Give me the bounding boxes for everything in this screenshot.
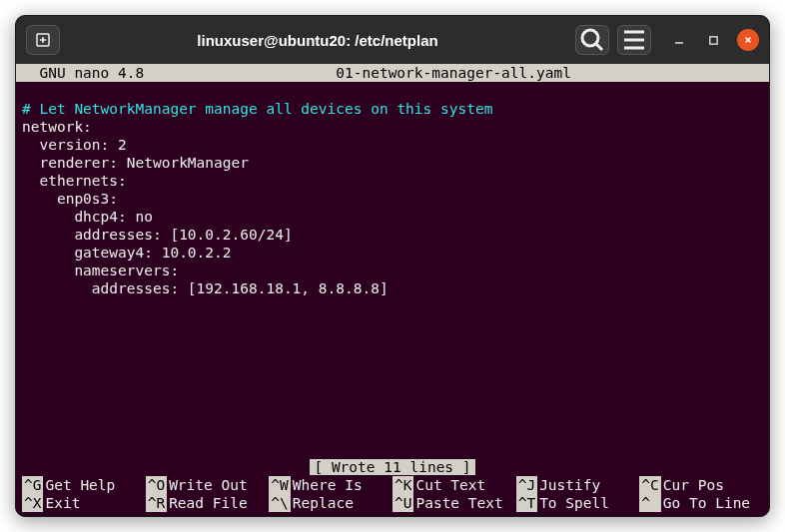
hamburger-button[interactable] — [617, 25, 651, 55]
shortcut-read-file: ^RRead File — [146, 494, 270, 512]
status-badge: [ Wrote 11 lines ] — [310, 459, 474, 475]
file-line: nameservers: — [22, 263, 179, 278]
svg-rect-9 — [709, 36, 716, 43]
shortcut-go-to-line: ^ Go To Line — [639, 494, 763, 512]
shortcut-write-out: ^OWrite Out — [146, 476, 270, 494]
nano-status-line: [ Wrote 11 lines ] — [16, 458, 769, 476]
window-title: linuxuser@ubuntu20: /etc/netplan — [68, 32, 567, 49]
file-line: ethernets: — [22, 173, 127, 189]
shortcut-exit: ^XExit — [22, 494, 146, 512]
maximize-button[interactable] — [703, 30, 723, 50]
shortcut-row: ^XExit ^RRead File ^\Replace ^UPaste Tex… — [22, 494, 763, 512]
file-line: network: — [22, 119, 92, 135]
shortcut-where-is: ^WWhere Is — [269, 476, 392, 494]
minimize-icon — [673, 34, 685, 46]
shortcut-justify: ^JJustify — [516, 476, 640, 494]
file-line: addresses: [192.168.18.1, 8.8.8.8] — [22, 280, 389, 296]
svg-line-4 — [596, 44, 602, 50]
new-tab-button[interactable] — [26, 25, 60, 55]
nano-app-label: GNU nano 4.8 — [22, 64, 144, 82]
shortcut-cur-pos: ^CCur Pos — [639, 476, 763, 494]
close-button[interactable] — [737, 29, 759, 51]
svg-point-3 — [582, 30, 598, 46]
hamburger-icon — [618, 24, 650, 56]
nano-shortcuts: ^GGet Help ^OWrite Out ^WWhere Is ^KCut … — [16, 476, 769, 516]
file-line: # Let NetworkManager manage all devices … — [22, 101, 492, 117]
editor-content[interactable]: # Let NetworkManager manage all devices … — [16, 82, 769, 458]
shortcut-get-help: ^GGet Help — [22, 476, 146, 494]
shortcut-to-spell: ^TTo Spell — [516, 494, 640, 512]
file-line: version: 2 — [22, 137, 127, 153]
close-icon — [743, 35, 753, 45]
file-line: dhcp4: no — [22, 209, 153, 225]
nano-filename: 01-network-manager-all.yaml — [144, 64, 763, 82]
terminal-body[interactable]: GNU nano 4.8 01-network-manager-all.yaml… — [16, 64, 769, 516]
search-button[interactable] — [575, 25, 609, 55]
nano-header: GNU nano 4.8 01-network-manager-all.yaml — [16, 64, 769, 82]
new-tab-icon — [35, 32, 51, 48]
file-line: addresses: [10.0.2.60/24] — [22, 227, 293, 243]
maximize-icon — [708, 35, 719, 46]
shortcut-replace: ^\Replace — [269, 494, 392, 512]
window-controls — [669, 29, 759, 51]
file-line: enp0s3: — [22, 191, 118, 207]
shortcut-cut-text: ^KCut Text — [392, 476, 516, 494]
file-line: renderer: NetworkManager — [22, 155, 249, 171]
titlebar: linuxuser@ubuntu20: /etc/netplan — [16, 16, 769, 64]
shortcut-row: ^GGet Help ^OWrite Out ^WWhere Is ^KCut … — [22, 476, 763, 494]
minimize-button[interactable] — [669, 30, 689, 50]
file-line: gateway4: 10.0.2.2 — [22, 245, 232, 261]
terminal-window: linuxuser@ubuntu20: /etc/netplan — [15, 15, 770, 517]
shortcut-paste-text: ^UPaste Text — [392, 494, 516, 512]
search-icon — [576, 24, 608, 56]
